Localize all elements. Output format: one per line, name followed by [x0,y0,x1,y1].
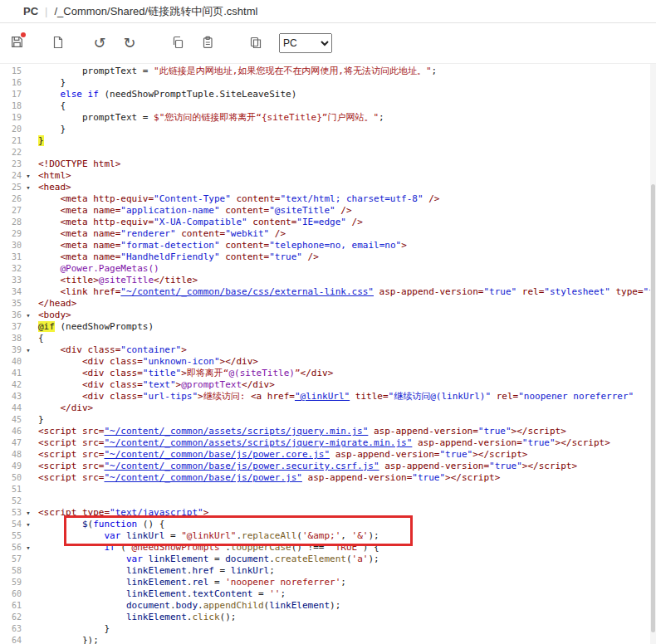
code-line[interactable]: else if (needShowPromptTuple.SiteLeaveSi… [35,89,656,100]
code-line[interactable]: <meta name="format-detection" content="t… [35,240,656,251]
duplicate-button[interactable] [244,32,267,55]
fold-arrow-icon[interactable]: ▾ [22,182,35,193]
code-segment: "webkit" [225,228,269,239]
code-line[interactable]: </head> [35,298,656,310]
fold-arrow-icon[interactable]: ▾ [22,344,35,356]
code-line[interactable]: <html> [35,170,656,182]
fold-spacer [22,554,35,565]
code-segment: 即将离开“ [187,368,229,378]
code-line[interactable]: } [35,623,656,635]
code-line[interactable]: <meta http-equiv="Content-Type" content=… [35,193,656,205]
code-line[interactable]: } [35,124,656,135]
code-line-row: 53▾<script type="text/javascript"> [0,507,656,519]
fold-arrow-icon[interactable]: ▾ [22,507,35,519]
copy-icon [171,36,184,51]
fold-spacer [22,147,35,159]
vertical-scrollbar[interactable] [650,64,656,644]
undo-button[interactable]: ↺ [88,32,111,55]
code-segment: ( [115,542,126,553]
code-line[interactable]: <div class="url-tips">继续访问: <a href="@li… [35,391,656,402]
line-number: 61 [0,600,22,612]
code-segment: "unknown-icon" [143,356,220,367]
code-line[interactable]: </div> [35,402,656,414]
code-segment: <div class= [82,391,143,402]
code-line[interactable]: <script src="~/content/_common/base/js/p… [35,472,656,484]
code-line[interactable]: linkElement.rel = 'noopener noreferrer'; [35,577,656,588]
fold-arrow-icon[interactable]: ▾ [22,542,35,554]
code-line[interactable]: linkElement.href = linkUrl; [35,565,656,577]
mode-select[interactable]: PC [279,33,332,53]
code-line[interactable]: if ("@needShowPrompts".toUpperCase() !==… [35,542,656,554]
code-line[interactable]: }); [35,635,656,644]
code-line[interactable]: linkElement.click(); [35,612,656,623]
code-line[interactable]: <meta http-equiv="X-UA-Compatible" conte… [35,217,656,228]
code-segment [38,588,126,599]
code-line[interactable]: <div class="text">@promptText</div> [35,379,656,391]
code-segment: rel [192,577,208,588]
code-segment: linkElement [126,577,187,588]
code-line[interactable]: <meta name="HandheldFriendly" content="t… [35,251,656,263]
code-line[interactable]: document.body.appendChild(linkElement); [35,600,656,612]
code-line[interactable] [35,495,656,507]
code-line[interactable]: <link href="~/content/_common/base/css/e… [35,286,656,298]
line-number: 57 [0,554,22,565]
code-segment: "true" [489,461,522,471]
code-segment: linkElement [148,554,208,564]
code-line[interactable]: <div class="title">即将离开“@(siteTitle)”</d… [35,368,656,379]
code-line[interactable] [35,147,656,159]
code-line[interactable]: <head> [35,182,656,193]
fold-arrow-icon[interactable]: ▾ [22,170,35,182]
code-line[interactable]: <script src="~/content/_common/base/js/p… [35,461,656,472]
code-line[interactable]: <script src="~/content/_common/assets/sc… [35,437,656,449]
code-line[interactable]: promptText = $"您访问的链接即将离开“{siteTitle}”门户… [35,112,656,124]
code-line[interactable]: @if (needShowPrompts) [35,321,656,333]
paste-button[interactable] [196,32,219,55]
code-line[interactable]: var linkElement = document.createElement… [35,554,656,565]
scrollbar-thumb[interactable] [651,184,655,632]
code-line[interactable]: <meta name="renderer" content="webkit" /… [35,228,656,240]
code-line[interactable]: } [35,135,656,147]
fold-spacer [22,414,35,426]
code-editor[interactable]: 15 promptText = "此链接是内网地址,如果您现在不在内网使用,将无… [0,64,656,644]
code-line[interactable]: <title>@siteTitle</title> [35,275,656,286]
fold-spacer [22,368,35,379]
code-line[interactable]: <div class="unknown-icon"></div> [35,356,656,368]
code-line[interactable]: } [35,77,656,89]
code-line-row: 62 linkElement.click(); [0,612,656,623]
line-number: 46 [0,426,22,437]
code-line[interactable]: <script src="~/content/_common/base/js/p… [35,449,656,461]
code-line[interactable]: var linkUrl = "@linkUrl".replaceAll('&am… [35,530,656,542]
fold-arrow-icon[interactable]: ▾ [22,310,35,321]
code-segment: (needShowPromptTuple.SiteLeaveSite) [99,89,296,100]
line-number: 21 [0,135,22,147]
code-segment [38,356,82,367]
copy-button[interactable] [166,32,189,55]
code-line[interactable]: <script src="~/content/_common/assets/sc… [35,426,656,437]
code-segment: textContent [192,588,252,599]
code-line[interactable]: <!DOCTYPE html> [35,159,656,170]
code-line[interactable]: { [35,100,656,112]
code-line[interactable]: promptText = "此链接是内网地址,如果您现在不在内网使用,将无法访问… [35,66,656,77]
code-line[interactable]: { [35,333,656,344]
code-line[interactable]: @Power.PageMetas() [35,263,656,275]
code-line-row: 16 } [0,77,656,89]
fold-spacer [22,135,35,147]
code-line-row: 21} [0,135,656,147]
redo-button[interactable]: ↻ [118,32,141,55]
code-line[interactable]: <div class="container"> [35,344,656,356]
fold-arrow-icon[interactable]: ▾ [22,519,35,530]
code-segment: rel= [516,286,544,297]
code-line-row: 27 <meta name="application-name" content… [0,205,656,217]
code-line[interactable]: <script type="text/javascript"> [35,507,656,519]
new-file-button[interactable] [47,32,70,55]
code-segment: }); [38,635,99,644]
code-line[interactable]: linkElement.textContent = ''; [35,588,656,600]
code-segment: asp-append-version= [374,286,483,297]
code-line[interactable]: <body> [35,310,656,321]
save-button[interactable] [5,32,28,55]
code-line[interactable]: <meta name="application-name" content="@… [35,205,656,217]
code-line[interactable]: } [35,414,656,426]
code-segment: function [93,519,137,529]
code-line[interactable]: $(function () { [35,519,656,530]
code-line[interactable] [35,484,656,495]
